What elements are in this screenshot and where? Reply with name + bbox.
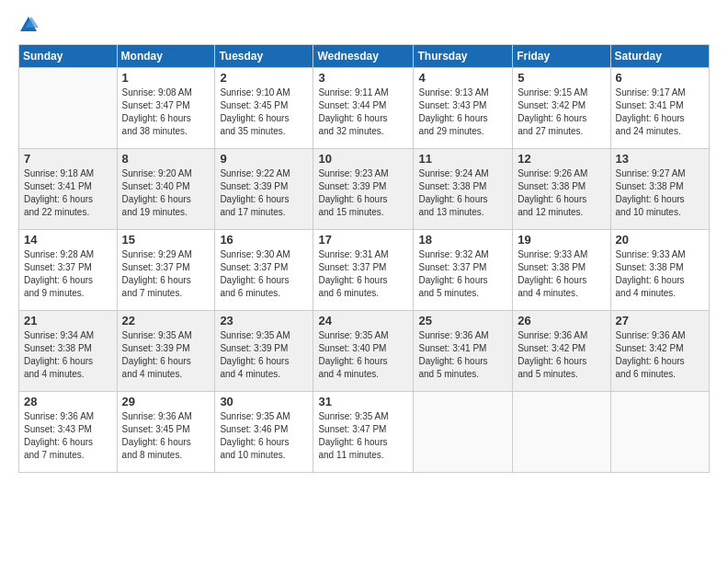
day-number: 25 [418,314,507,327]
calendar-cell: 12Sunrise: 9:26 AM Sunset: 3:38 PM Dayli… [513,149,610,230]
day-detail: Sunrise: 9:35 AM Sunset: 3:40 PM Dayligh… [318,329,408,381]
calendar-cell: 27Sunrise: 9:36 AM Sunset: 3:42 PM Dayli… [610,311,709,392]
day-detail: Sunrise: 9:20 AM Sunset: 3:40 PM Dayligh… [122,167,210,219]
day-number: 6 [616,71,704,85]
calendar-cell: 30Sunrise: 9:35 AM Sunset: 3:46 PM Dayli… [215,392,313,473]
calendar-cell: 17Sunrise: 9:31 AM Sunset: 3:37 PM Dayli… [313,230,414,311]
calendar-cell: 26Sunrise: 9:36 AM Sunset: 3:42 PM Dayli… [513,311,610,392]
day-number: 5 [518,71,605,85]
day-number: 9 [220,152,308,166]
header-tuesday: Tuesday [215,45,313,68]
calendar-cell [610,392,709,473]
day-detail: Sunrise: 9:30 AM Sunset: 3:37 PM Dayligh… [220,248,308,300]
day-detail: Sunrise: 9:34 AM Sunset: 3:38 PM Dayligh… [24,329,112,381]
calendar-cell: 2Sunrise: 9:10 AM Sunset: 3:45 PM Daylig… [215,68,313,149]
day-number: 21 [24,314,112,327]
calendar-week-2: 7Sunrise: 9:18 AM Sunset: 3:41 PM Daylig… [19,149,710,230]
day-number: 19 [518,233,605,247]
calendar-cell: 23Sunrise: 9:35 AM Sunset: 3:39 PM Dayli… [215,311,313,392]
calendar-cell [19,68,118,149]
calendar-cell: 14Sunrise: 9:28 AM Sunset: 3:37 PM Dayli… [19,230,118,311]
day-number: 12 [518,152,605,166]
day-number: 22 [122,314,210,327]
day-detail: Sunrise: 9:35 AM Sunset: 3:39 PM Dayligh… [122,329,210,381]
day-detail: Sunrise: 9:36 AM Sunset: 3:41 PM Dayligh… [418,329,507,381]
calendar-cell: 24Sunrise: 9:35 AM Sunset: 3:40 PM Dayli… [313,311,414,392]
calendar-cell: 16Sunrise: 9:30 AM Sunset: 3:37 PM Dayli… [215,230,313,311]
day-detail: Sunrise: 9:28 AM Sunset: 3:37 PM Dayligh… [24,248,112,300]
calendar-cell: 10Sunrise: 9:23 AM Sunset: 3:39 PM Dayli… [313,149,414,230]
day-number: 24 [318,314,408,327]
day-detail: Sunrise: 9:10 AM Sunset: 3:45 PM Dayligh… [220,86,308,138]
calendar-cell: 18Sunrise: 9:32 AM Sunset: 3:37 PM Dayli… [414,230,513,311]
calendar-cell: 6Sunrise: 9:17 AM Sunset: 3:41 PM Daylig… [610,68,709,149]
header-friday: Friday [513,45,610,68]
day-number: 11 [418,152,507,166]
header-monday: Monday [117,45,215,68]
day-number: 1 [122,71,210,85]
day-detail: Sunrise: 9:23 AM Sunset: 3:39 PM Dayligh… [318,167,408,219]
day-detail: Sunrise: 9:27 AM Sunset: 3:38 PM Dayligh… [616,167,704,219]
day-number: 15 [122,233,210,247]
day-number: 18 [418,233,507,247]
day-detail: Sunrise: 9:22 AM Sunset: 3:39 PM Dayligh… [220,167,308,219]
logo-icon [18,15,39,35]
calendar-week-3: 14Sunrise: 9:28 AM Sunset: 3:37 PM Dayli… [19,230,710,311]
day-number: 7 [24,152,112,166]
day-detail: Sunrise: 9:35 AM Sunset: 3:47 PM Dayligh… [318,410,408,462]
calendar-cell [414,392,513,473]
day-number: 4 [418,71,507,85]
calendar-cell: 15Sunrise: 9:29 AM Sunset: 3:37 PM Dayli… [117,230,215,311]
calendar-cell: 7Sunrise: 9:18 AM Sunset: 3:41 PM Daylig… [19,149,118,230]
day-number: 10 [318,152,408,166]
header-wednesday: Wednesday [313,45,414,68]
calendar: SundayMondayTuesdayWednesdayThursdayFrid… [18,44,710,473]
calendar-cell: 28Sunrise: 9:36 AM Sunset: 3:43 PM Dayli… [19,392,118,473]
day-detail: Sunrise: 9:13 AM Sunset: 3:43 PM Dayligh… [418,86,507,138]
day-number: 2 [220,71,308,85]
day-detail: Sunrise: 9:33 AM Sunset: 3:38 PM Dayligh… [616,248,704,300]
calendar-cell: 9Sunrise: 9:22 AM Sunset: 3:39 PM Daylig… [215,149,313,230]
day-number: 17 [318,233,408,247]
header-thursday: Thursday [414,45,513,68]
day-detail: Sunrise: 9:29 AM Sunset: 3:37 PM Dayligh… [122,248,210,300]
day-detail: Sunrise: 9:17 AM Sunset: 3:41 PM Dayligh… [616,86,704,138]
calendar-cell: 3Sunrise: 9:11 AM Sunset: 3:44 PM Daylig… [313,68,414,149]
day-number: 29 [122,395,210,408]
calendar-cell [513,392,610,473]
day-detail: Sunrise: 9:24 AM Sunset: 3:38 PM Dayligh… [418,167,507,219]
day-detail: Sunrise: 9:33 AM Sunset: 3:38 PM Dayligh… [518,248,605,300]
calendar-cell: 8Sunrise: 9:20 AM Sunset: 3:40 PM Daylig… [117,149,215,230]
day-detail: Sunrise: 9:36 AM Sunset: 3:45 PM Dayligh… [122,410,210,462]
day-detail: Sunrise: 9:08 AM Sunset: 3:47 PM Dayligh… [122,86,210,138]
day-number: 3 [318,71,408,85]
day-detail: Sunrise: 9:36 AM Sunset: 3:42 PM Dayligh… [616,329,704,381]
calendar-cell: 19Sunrise: 9:33 AM Sunset: 3:38 PM Dayli… [513,230,610,311]
day-detail: Sunrise: 9:15 AM Sunset: 3:42 PM Dayligh… [518,86,605,138]
day-number: 20 [616,233,704,247]
calendar-cell: 29Sunrise: 9:36 AM Sunset: 3:45 PM Dayli… [117,392,215,473]
day-number: 30 [220,395,308,408]
day-number: 23 [220,314,308,327]
day-number: 13 [616,152,704,166]
calendar-cell: 22Sunrise: 9:35 AM Sunset: 3:39 PM Dayli… [117,311,215,392]
day-detail: Sunrise: 9:35 AM Sunset: 3:39 PM Dayligh… [220,329,308,381]
calendar-week-4: 21Sunrise: 9:34 AM Sunset: 3:38 PM Dayli… [19,311,710,392]
day-number: 16 [220,233,308,247]
calendar-cell: 1Sunrise: 9:08 AM Sunset: 3:47 PM Daylig… [117,68,215,149]
calendar-cell: 20Sunrise: 9:33 AM Sunset: 3:38 PM Dayli… [610,230,709,311]
day-number: 27 [616,314,704,327]
calendar-cell: 25Sunrise: 9:36 AM Sunset: 3:41 PM Dayli… [414,311,513,392]
day-number: 26 [518,314,605,327]
calendar-cell: 4Sunrise: 9:13 AM Sunset: 3:43 PM Daylig… [414,68,513,149]
day-detail: Sunrise: 9:36 AM Sunset: 3:43 PM Dayligh… [24,410,112,462]
day-detail: Sunrise: 9:32 AM Sunset: 3:37 PM Dayligh… [418,248,507,300]
day-number: 8 [122,152,210,166]
calendar-week-5: 28Sunrise: 9:36 AM Sunset: 3:43 PM Dayli… [19,392,710,473]
day-detail: Sunrise: 9:35 AM Sunset: 3:46 PM Dayligh… [220,410,308,462]
day-detail: Sunrise: 9:11 AM Sunset: 3:44 PM Dayligh… [318,86,408,138]
calendar-cell: 5Sunrise: 9:15 AM Sunset: 3:42 PM Daylig… [513,68,610,149]
calendar-cell: 31Sunrise: 9:35 AM Sunset: 3:47 PM Dayli… [313,392,414,473]
calendar-week-1: 1Sunrise: 9:08 AM Sunset: 3:47 PM Daylig… [19,68,710,149]
calendar-cell: 11Sunrise: 9:24 AM Sunset: 3:38 PM Dayli… [414,149,513,230]
